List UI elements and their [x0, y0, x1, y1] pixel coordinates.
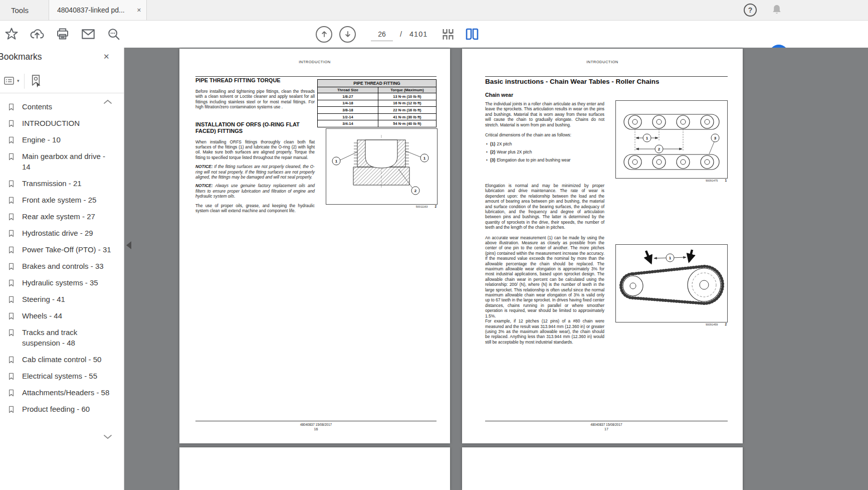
- table-row: 1/2-1441 N·m (30 lb ft): [318, 113, 437, 120]
- page-number-input[interactable]: [371, 28, 393, 41]
- bookmark-icon: [7, 328, 16, 338]
- browser-tab-bar: Tools 48040837-linked pd... ✕ ?: [0, 0, 868, 21]
- bookmark-item-hydraulic-systems[interactable]: Hydraulic systems - 35: [0, 274, 118, 291]
- bookmark-item-steering[interactable]: Steering - 41: [0, 291, 118, 307]
- bookmark-item-transmission[interactable]: Transmission - 21: [0, 175, 118, 192]
- tools-tab-label: Tools: [11, 6, 29, 15]
- section-title-pipe-thread: PIPE THREAD FITTING TORQUE: [195, 77, 315, 84]
- bookmark-icon: [7, 355, 16, 365]
- footer-page-number: 17: [485, 427, 728, 431]
- bookmark-icon: [7, 388, 16, 398]
- favorite-star-icon[interactable]: [3, 26, 20, 43]
- bookmarks-list: Contents INTRODUCTION Engine - 10 Main g…: [0, 98, 118, 417]
- previous-page-button[interactable]: [316, 26, 332, 43]
- svg-text:2: 2: [658, 147, 661, 151]
- bookmarks-panel: Bookmarks ✕ ▾ Contents: [0, 48, 124, 490]
- bookmark-icon: [7, 102, 16, 112]
- bookmark-icon: [7, 245, 16, 255]
- bookmark-item-attachments[interactable]: Attachments/Headers - 58: [0, 384, 118, 401]
- bookmark-icon: [7, 372, 16, 381]
- bookmark-icon: [7, 152, 16, 161]
- running-header: INTRODUCTION: [179, 60, 450, 64]
- bookmark-icon: [7, 262, 16, 271]
- table-row: 3/4-1454 N·m (40 lb ft): [318, 120, 437, 127]
- bookmark-item-product-feeding[interactable]: Product feeding - 60: [0, 401, 118, 417]
- bookmark-icon: [7, 278, 16, 288]
- running-header: INTRODUCTION: [462, 60, 743, 64]
- notice-paragraph: NOTICE: Always use genuine factory repla…: [195, 183, 315, 199]
- pipe-thread-fitting-table: PIPE THREAD FITTING Thread Size Torque (…: [317, 79, 437, 127]
- subsection-title: Chain wear: [485, 92, 513, 98]
- svg-text:1: 1: [335, 159, 338, 164]
- table-row: 3/8-1822 N·m (16 lb ft): [318, 107, 437, 114]
- bookmark-icon: [7, 212, 16, 222]
- go-to-current-bookmark-button[interactable]: [29, 74, 43, 89]
- bookmark-item-electrical[interactable]: Electrical systems - 55: [0, 368, 118, 384]
- save-to-cloud-icon[interactable]: [29, 26, 46, 43]
- pdf-toolbar: / 4101: [0, 21, 868, 48]
- table-row: 1/8-2713 N·m (10 lb ft): [318, 93, 437, 100]
- print-icon[interactable]: [54, 26, 71, 43]
- chain-links-figure: 1 2 3: [615, 100, 728, 179]
- bookmark-item-pto[interactable]: Power Take-Off (PTO) - 31: [0, 241, 118, 258]
- notice-paragraph: NOTICE: If the fitting surfaces are not …: [195, 164, 315, 180]
- page-total-count: 4101: [409, 30, 427, 38]
- search-document-icon[interactable]: [105, 26, 122, 43]
- svg-text:1: 1: [646, 136, 648, 140]
- page-footer: 48040837 15/08/2017 16: [195, 421, 437, 431]
- bookmark-item-cab-climate[interactable]: Cab climate control - 50: [0, 351, 118, 368]
- bookmark-item-introduction[interactable]: INTRODUCTION: [0, 115, 118, 131]
- bookmark-item-rear-axle[interactable]: Rear axle system - 27: [0, 208, 118, 225]
- bookmark-icon: [7, 179, 16, 189]
- pdf-page-19-top: [462, 447, 743, 490]
- paragraph: An accurate wear measurement (1) can be …: [485, 235, 604, 319]
- bookmark-item-wheels[interactable]: Wheels - 44: [0, 307, 118, 324]
- page-footer: 48040837 15/08/2017 17: [485, 421, 728, 431]
- email-icon[interactable]: [80, 26, 97, 43]
- bookmarks-toolbar: ▾: [0, 71, 124, 93]
- page-divider: /: [400, 30, 402, 38]
- scroll-up-icon[interactable]: [103, 99, 112, 106]
- column-header: Thread Size: [318, 87, 378, 93]
- chapter-title: Basic instructions - Chain Wear Tables -…: [485, 78, 728, 85]
- sidebar-collapse-icon[interactable]: [126, 241, 131, 249]
- bookmark-icon: [7, 119, 16, 128]
- bookmark-icon: [7, 405, 16, 414]
- paragraph: When installing ORFS fittings thoroughly…: [195, 139, 315, 160]
- tab-close-icon[interactable]: ✕: [137, 7, 141, 14]
- tab-tools[interactable]: Tools: [0, 0, 48, 20]
- column-header: Torque (Maximum): [378, 87, 436, 93]
- bookmark-icon: [7, 229, 16, 238]
- help-icon[interactable]: ?: [744, 4, 757, 17]
- list-item: •(3)Elongation due to pin and bushing we…: [486, 157, 604, 163]
- pdf-page-18-top: [179, 447, 450, 490]
- footer-doc-id: 48040837 15/08/2017: [485, 423, 728, 426]
- two-page-view-icon[interactable]: [464, 26, 481, 43]
- figure-label: 50011163 2: [326, 205, 437, 208]
- bookmark-item-brakes[interactable]: Brakes and controls - 33: [0, 258, 118, 274]
- footer-page-number: 16: [195, 427, 437, 431]
- figure-label: 90091459 2: [615, 322, 727, 326]
- bookmark-item-front-axle[interactable]: Front axle system - 25: [0, 192, 118, 208]
- fit-to-page-icon[interactable]: [440, 26, 457, 43]
- tab-document[interactable]: 48040837-linked pd... ✕: [49, 0, 147, 20]
- bookmark-item-engine[interactable]: Engine - 10: [0, 131, 118, 148]
- bookmark-icon: [7, 295, 16, 304]
- bookmark-item-main-gearbox[interactable]: Main gearbox and drive - 14: [0, 148, 118, 175]
- bookmark-item-hydrostatic-drive[interactable]: Hydrostatic drive - 29: [0, 225, 118, 241]
- bookmark-item-contents[interactable]: Contents: [0, 98, 118, 115]
- next-page-button[interactable]: [339, 26, 356, 43]
- notifications-bell-icon[interactable]: [771, 4, 783, 17]
- orfs-fitting-figure: 1 1 2: [326, 128, 438, 205]
- critical-dimensions-list: •(1)2X pitch •(2)Wear plus 2X pitch •(3)…: [486, 141, 604, 163]
- table-row: 1/4-1816 N·m (12 lb ft): [318, 100, 437, 107]
- section-title-orfs: INSTALLATION OF ORFS (O-RING FLAT FACED)…: [195, 121, 315, 134]
- bookmarks-close-icon[interactable]: ✕: [103, 52, 110, 61]
- bookmarks-options-button[interactable]: ▾: [3, 75, 20, 87]
- bookmark-item-tracks[interactable]: Tracks and track suspension - 48: [0, 324, 118, 351]
- scroll-down-icon[interactable]: [103, 434, 112, 441]
- document-tab-title: 48040837-linked pd...: [57, 6, 133, 14]
- bookmark-icon: [7, 135, 16, 145]
- list-item: •(2)Wear plus 2X pitch: [486, 149, 604, 155]
- paragraph: Elongation is normal and may be minimize…: [485, 183, 604, 230]
